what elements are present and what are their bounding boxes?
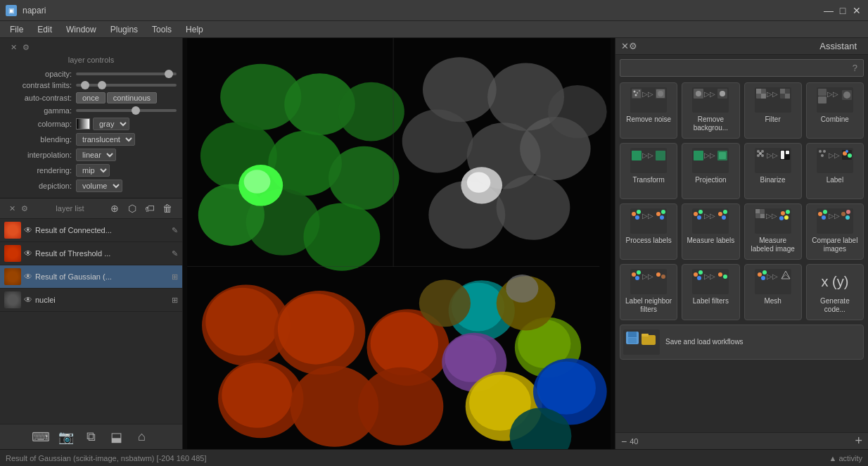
workflow-process-labels[interactable]: ▷▷ Process labels (620, 203, 677, 260)
svg-point-146 (661, 275, 665, 279)
remove-background-label: Remove backgrou... (685, 115, 736, 132)
canvas-area[interactable] (183, 38, 615, 449)
workflow-combine[interactable]: ▷▷ Combine (806, 82, 864, 139)
controls-settings-icon[interactable]: ⚙ (20, 42, 32, 53)
layer-edit-nuclei[interactable]: ⊞ (172, 296, 178, 305)
add-workflow-button[interactable]: + (855, 434, 862, 448)
contrast-slider-container (76, 84, 177, 87)
menu-help[interactable]: Help (179, 23, 210, 36)
colormap-label: colormap: (6, 120, 76, 128)
interpolation-select[interactable]: linear (76, 149, 116, 161)
workflow-remove-noise[interactable]: ▷▷ Remove noise (620, 82, 677, 139)
binarize-icon: ▷▷ (755, 148, 791, 173)
svg-point-64 (720, 91, 725, 96)
layer-list-pin-icon[interactable]: ✕ (7, 203, 18, 214)
copy-canvas-button[interactable]: ⧉ (82, 427, 101, 447)
svg-text:▷▷: ▷▷ (704, 151, 715, 159)
layer-edit-threshold[interactable]: ✎ (172, 249, 178, 258)
workflow-compare-label-images[interactable]: ▷▷ Compare label images (806, 203, 864, 260)
opacity-track[interactable] (76, 73, 177, 75)
help-icon[interactable]: ? (853, 63, 857, 73)
workflow-binarize[interactable]: ▷▷ Binarize (744, 143, 802, 199)
svg-point-21 (467, 172, 490, 192)
depiction-select[interactable]: volume (76, 180, 122, 192)
gamma-thumb[interactable] (132, 106, 140, 115)
console-button[interactable]: ⌨ (31, 427, 51, 447)
save-load-icon (623, 329, 660, 355)
menu-window[interactable]: Window (59, 23, 103, 36)
remove-noise-icon: ▷▷ (630, 87, 667, 113)
gamma-track[interactable] (76, 109, 177, 112)
workflow-measure-labeled-image[interactable]: ▷▷ Measure labeled image (744, 203, 802, 260)
menu-plugins[interactable]: Plugins (103, 23, 145, 36)
workflow-transform[interactable]: ▷▷ Transform (620, 143, 677, 199)
label-filters-label: Label filters (693, 297, 729, 306)
layer-visibility-threshold[interactable]: 👁 (24, 248, 32, 258)
paste-button[interactable]: ⬓ (107, 427, 127, 447)
workflow-label[interactable]: ▷▷ Label (806, 143, 864, 199)
layer-item-threshold[interactable]: 👁 Result of Threshold ... ✎ (0, 242, 182, 265)
workflow-projection[interactable]: ▷▷ Projection (682, 143, 739, 199)
label-neighbor-svg: ▷▷ (630, 269, 667, 294)
add-labels-button[interactable]: 🏷 (142, 201, 158, 216)
add-shapes-button[interactable]: ⬡ (125, 201, 140, 216)
search-input[interactable] (626, 64, 853, 73)
colormap-box: gray (76, 118, 129, 130)
layer-visibility-nuclei[interactable]: 👁 (24, 295, 32, 305)
svg-point-118 (697, 215, 701, 220)
workflow-mesh[interactable]: ▷▷ Mesh (744, 264, 802, 320)
contrast-track[interactable] (76, 84, 177, 87)
rendering-control: rendering: mip (6, 164, 177, 177)
delete-layer-button[interactable]: 🗑 (160, 201, 175, 216)
layer-list-settings-icon[interactable]: ⚙ (19, 203, 30, 214)
svg-rect-68 (761, 94, 766, 99)
add-points-button[interactable]: ⊕ (107, 201, 122, 216)
colormap-select[interactable]: gray (93, 118, 129, 130)
workflow-generate-code[interactable]: x (y) Generate code... (806, 264, 864, 320)
workflow-filter[interactable]: ▷▷ Filter (744, 82, 802, 139)
layer-item-connected[interactable]: 👁 Result of Connected... ✎ (0, 219, 182, 242)
menu-tools[interactable]: Tools (145, 23, 179, 36)
home-button[interactable]: ⌂ (132, 427, 152, 447)
layer-item-gaussian[interactable]: 👁 Result of Gaussian (... ⊞ (0, 265, 182, 289)
zoom-out-button[interactable]: − (621, 436, 627, 447)
workflow-measure-labels[interactable]: ▷▷ Measure labels (682, 203, 739, 260)
svg-point-130 (779, 216, 784, 220)
layer-edit-connected[interactable]: ✎ (172, 226, 178, 235)
menu-edit[interactable]: Edit (30, 23, 59, 36)
workflow-label-neighbor-filters[interactable]: ▷▷ Label neighbor filters (620, 264, 677, 320)
svg-point-152 (718, 272, 722, 277)
controls-pin-icon[interactable]: ✕ (8, 42, 19, 53)
assistant-settings-button[interactable]: ⚙ (629, 41, 637, 51)
close-button[interactable]: ✕ (851, 5, 862, 16)
workflow-save-load[interactable]: Save and load workflows (620, 325, 864, 360)
opacity-thumb[interactable] (165, 70, 173, 78)
maximize-button[interactable]: □ (837, 5, 848, 16)
continuous-button[interactable]: continuous (107, 92, 157, 103)
compare-label-images-label: Compare label images (810, 237, 860, 253)
blending-select[interactable]: translucent (76, 133, 135, 146)
assistant-close-button[interactable]: ✕ (621, 41, 629, 51)
screenshot-button[interactable]: 📷 (56, 427, 76, 447)
workflow-remove-background[interactable]: ▷▷ Remove backgrou... (682, 82, 739, 139)
menu-file[interactable]: File (3, 23, 30, 36)
layer-visibility-connected[interactable]: 👁 (24, 225, 32, 235)
auto-contrast-label: auto-contrast: (6, 94, 76, 102)
label-icon: ▷▷ (817, 148, 853, 173)
opacity-control: opacity: (6, 70, 177, 78)
once-button[interactable]: once (76, 92, 106, 103)
svg-point-6 (328, 146, 399, 210)
layer-edit-gaussian[interactable]: ⊞ (172, 272, 178, 282)
svg-point-153 (723, 275, 727, 279)
workflow-label-filters[interactable]: ▷▷ Label filters (682, 264, 739, 320)
contrast-thumb-low[interactable] (81, 81, 89, 89)
rendering-select[interactable]: mip (76, 164, 110, 177)
layer-item-nuclei[interactable]: 👁 nuclei ⊞ (0, 289, 182, 312)
layer-visibility-gaussian[interactable]: 👁 (24, 272, 32, 282)
contrast-thumb-high[interactable] (98, 81, 106, 89)
save-load-workflows-label: Save and load workflows (665, 338, 743, 346)
minimize-button[interactable]: — (823, 5, 834, 16)
svg-point-155 (758, 272, 762, 277)
activity-text[interactable]: ▲ activity (829, 454, 862, 462)
title-bar: ▣ napari — □ ✕ (0, 0, 868, 21)
